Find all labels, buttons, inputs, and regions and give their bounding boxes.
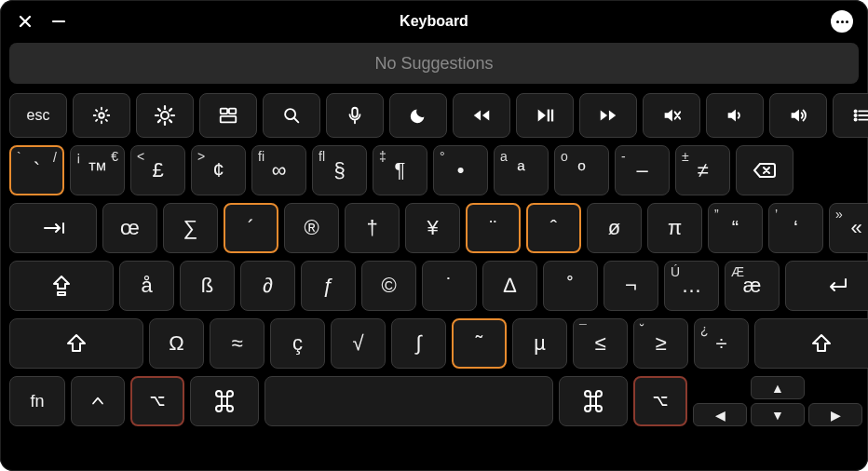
- key-†[interactable]: †: [345, 203, 400, 253]
- key-∑[interactable]: ∑: [163, 203, 218, 253]
- key-®[interactable]: ®: [284, 203, 339, 253]
- svg-rect-6: [352, 108, 358, 117]
- key-“[interactable]: ”“: [708, 203, 763, 253]
- key-§[interactable]: fl§: [312, 145, 367, 195]
- key-«[interactable]: »«: [829, 203, 868, 253]
- key-å[interactable]: å: [119, 261, 174, 311]
- key-–[interactable]: -–: [615, 145, 670, 195]
- mute-key[interactable]: [643, 93, 700, 138]
- minimize-icon[interactable]: [50, 13, 67, 30]
- return-key[interactable]: [785, 261, 868, 311]
- qwerty-row: œ∑´®†¥¨ˆøπ”“’‘»«: [9, 203, 859, 253]
- arrow-down-key[interactable]: ▼: [751, 403, 805, 426]
- key-≤[interactable]: ¯≤: [573, 318, 628, 369]
- window-title: Keyboard: [400, 13, 468, 30]
- key-˙[interactable]: ˙: [422, 261, 477, 311]
- key-˚[interactable]: ˚: [543, 261, 598, 311]
- brightness-up-key[interactable]: [136, 93, 194, 138]
- key-¢[interactable]: >¢: [191, 145, 246, 195]
- backspace-key[interactable]: [736, 145, 793, 195]
- key-Ω[interactable]: Ω: [149, 318, 204, 369]
- arrow-left-key[interactable]: ◀: [693, 403, 747, 426]
- tab-key[interactable]: [9, 203, 97, 253]
- play-pause-key[interactable]: [516, 93, 574, 138]
- fn-key[interactable]: fn: [9, 376, 65, 426]
- rewind-key[interactable]: [453, 93, 510, 138]
- key-≠[interactable]: ±≠: [675, 145, 730, 195]
- arrow-up-key[interactable]: ▲: [751, 376, 805, 399]
- control-key[interactable]: [71, 376, 125, 426]
- key-œ[interactable]: œ: [102, 203, 157, 253]
- key-˜[interactable]: ˜: [452, 318, 507, 369]
- key-•[interactable]: °•: [433, 145, 488, 195]
- close-icon[interactable]: [17, 13, 34, 30]
- volume-down-key[interactable]: [706, 93, 764, 138]
- svg-rect-12: [222, 397, 227, 406]
- arrow-cluster: ▲ ◀ ▼ ▶: [693, 376, 862, 426]
- key-£[interactable]: <£: [130, 145, 185, 195]
- capslock-key[interactable]: [9, 261, 114, 311]
- list-key[interactable]: [833, 93, 868, 138]
- key-ƒ[interactable]: ƒ: [301, 261, 356, 311]
- command-left-key[interactable]: [190, 376, 259, 426]
- do-not-disturb-key[interactable]: [389, 93, 447, 138]
- key-ø[interactable]: ø: [587, 203, 642, 253]
- key-©[interactable]: ©: [361, 261, 416, 311]
- suggestions-text: No Suggestions: [374, 54, 493, 74]
- option-right-key[interactable]: [633, 376, 687, 426]
- keyboard-grid: esc `/`¡€™<£>¢fi∞fl§‡¶°•aªoº-–±≠ œ∑´®†¥¨…: [9, 93, 859, 462]
- command-right-key[interactable]: [559, 376, 628, 426]
- search-key[interactable]: [263, 93, 320, 138]
- key-…[interactable]: Ú…: [664, 261, 719, 311]
- function-row: esc: [9, 93, 859, 138]
- brightness-down-key[interactable]: [73, 93, 130, 138]
- key-¨[interactable]: ¨: [466, 203, 521, 253]
- key-√[interactable]: √: [331, 318, 386, 369]
- shift-row: Ω≈ç√∫˜µ¯≤˘≥¿÷: [9, 318, 859, 369]
- key-´[interactable]: ´: [224, 203, 278, 253]
- svg-point-9: [854, 110, 856, 112]
- volume-up-key[interactable]: [769, 93, 827, 138]
- key-º[interactable]: oº: [554, 145, 609, 195]
- key-≥[interactable]: ˘≥: [633, 318, 688, 369]
- dictation-key[interactable]: [326, 93, 384, 138]
- key-ª[interactable]: aª: [494, 145, 549, 195]
- key-¶[interactable]: ‡¶: [373, 145, 427, 195]
- key-∫[interactable]: ∫: [391, 318, 446, 369]
- suggestions-bar[interactable]: No Suggestions: [9, 43, 859, 84]
- svg-point-1: [161, 112, 169, 119]
- key-ˆ[interactable]: ˆ: [526, 203, 581, 253]
- svg-point-11: [854, 118, 856, 120]
- key-∆[interactable]: ∆: [482, 261, 537, 311]
- key-ç[interactable]: ç: [270, 318, 325, 369]
- key-µ[interactable]: µ: [512, 318, 567, 369]
- svg-rect-8: [551, 110, 553, 122]
- bottom-row: fn ▲ ◀ ▼ ▶: [9, 376, 859, 426]
- key-ß[interactable]: ß: [180, 261, 235, 311]
- key-æ[interactable]: Ææ: [725, 261, 780, 311]
- fast-forward-key[interactable]: [579, 93, 637, 138]
- esc-key[interactable]: esc: [9, 93, 67, 138]
- key-¥[interactable]: ¥: [405, 203, 460, 253]
- key-÷[interactable]: ¿÷: [694, 318, 749, 369]
- key-≈[interactable]: ≈: [210, 318, 264, 369]
- svg-rect-4: [221, 116, 237, 122]
- key-`[interactable]: `/`: [9, 145, 64, 195]
- mission-control-key[interactable]: [199, 93, 257, 138]
- key-™[interactable]: ¡€™: [70, 145, 125, 195]
- option-left-key[interactable]: [130, 376, 184, 426]
- key-‘[interactable]: ’‘: [768, 203, 823, 253]
- key-¬[interactable]: ¬: [604, 261, 658, 311]
- spacebar-key[interactable]: [264, 376, 553, 426]
- home-row: åß∂ƒ©˙∆˚¬Ú…Ææ: [9, 261, 859, 311]
- key-∂[interactable]: ∂: [240, 261, 295, 311]
- svg-rect-3: [229, 109, 236, 114]
- number-row: `/`¡€™<£>¢fi∞fl§‡¶°•aªoº-–±≠: [9, 145, 859, 195]
- shift-right-key[interactable]: [754, 318, 868, 369]
- key-π[interactable]: π: [647, 203, 702, 253]
- svg-rect-2: [221, 109, 227, 114]
- key-∞[interactable]: fi∞: [251, 145, 306, 195]
- more-menu-icon[interactable]: [831, 10, 853, 33]
- shift-left-key[interactable]: [9, 318, 143, 369]
- arrow-right-key[interactable]: ▶: [808, 403, 862, 426]
